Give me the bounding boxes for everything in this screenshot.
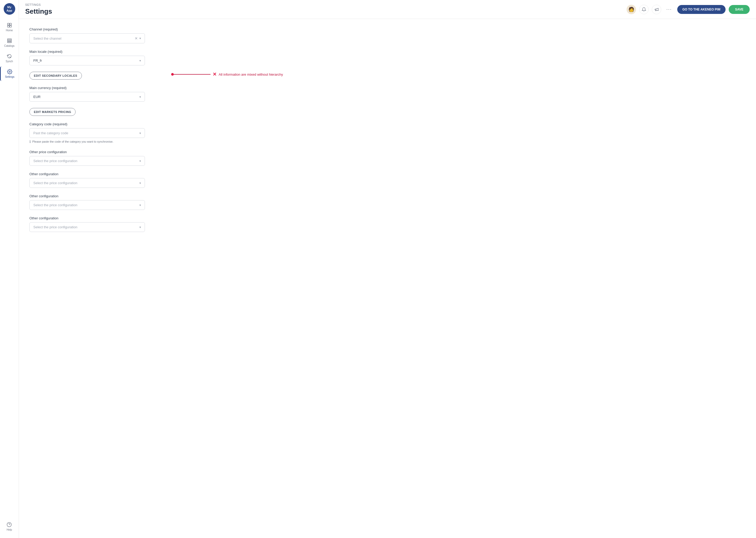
header-left: SETTINGS Settings [25, 3, 52, 16]
synch-icon [7, 54, 12, 59]
channel-label: Channel (required) [29, 27, 145, 31]
annotation-x-icon: ✕ [213, 72, 216, 77]
other-config3-chevron-icon: ▾ [139, 225, 141, 229]
other-price-select[interactable]: Select the price configuration ▾ [29, 156, 145, 166]
sidebar-item-catalogs[interactable]: Catalogs [0, 35, 19, 50]
other-config2-chevron-icon: ▾ [139, 203, 141, 207]
currency-chevron-icon: ▾ [139, 95, 141, 99]
other-config2-field-group: Other configuration Select the price con… [29, 194, 145, 210]
avatar[interactable]: 🧑 [627, 5, 636, 14]
clear-icon[interactable]: ✕ [135, 36, 138, 40]
sidebar-item-settings[interactable]: Settings [0, 67, 19, 81]
help-icon [7, 522, 12, 527]
svg-rect-1 [10, 24, 11, 25]
category-hint: ℹ Please paste the code of the category … [29, 139, 145, 144]
sidebar-item-settings-label: Settings [5, 76, 15, 78]
other-price-label: Other price configuration [29, 150, 145, 154]
content-area: Channel (required) Select the channel ✕ … [19, 19, 756, 538]
svg-rect-2 [7, 26, 9, 27]
currency-field-group: Main currency (required) EUR ▾ [29, 86, 145, 102]
sidebar-item-synch[interactable]: Synch [0, 51, 19, 65]
catalogs-icon [7, 38, 12, 43]
other-price-field-group: Other price configuration Select the pri… [29, 150, 145, 166]
other-config3-field-group: Other configuration Select the price con… [29, 216, 145, 232]
chevron-down-icon: ▾ [139, 36, 141, 40]
megaphone-button[interactable] [652, 5, 661, 14]
channel-field-group: Channel (required) Select the channel ✕ … [29, 27, 145, 43]
page-title: Settings [25, 7, 52, 16]
annotation-panel: ✕ All information are mixed without hier… [155, 19, 756, 538]
channel-select-icons: ✕ ▾ [135, 36, 141, 40]
other-config1-placeholder: Select the price configuration [33, 181, 77, 185]
megaphone-icon [654, 7, 659, 12]
svg-rect-3 [10, 26, 11, 27]
other-config1-field-group: Other configuration Select the price con… [29, 172, 145, 188]
category-label: Category code (required) [29, 122, 145, 126]
svg-rect-6 [7, 42, 11, 42]
sidebar-item-synch-label: Synch [6, 60, 13, 63]
currency-select[interactable]: EUR ▾ [29, 92, 145, 102]
annotation-line [174, 74, 211, 75]
locale-chevron-icon: ▾ [139, 59, 141, 63]
settings-icon [7, 69, 12, 74]
info-icon: ℹ [29, 139, 31, 144]
locale-value: FR_fr [33, 59, 42, 63]
bell-icon [641, 7, 646, 12]
breadcrumb: SETTINGS [25, 3, 52, 6]
header: SETTINGS Settings 🧑 ··· GO TO THE AKENEO… [19, 0, 756, 19]
annotation-dot [171, 73, 174, 76]
other-config1-chevron-icon: ▾ [139, 181, 141, 185]
other-config2-label: Other configuration [29, 194, 145, 198]
svg-rect-0 [7, 24, 9, 25]
locale-select[interactable]: FR_fr ▾ [29, 56, 145, 65]
notifications-bell-button[interactable] [639, 5, 649, 14]
locale-label: Main locale (required) [29, 50, 145, 54]
sidebar-item-catalogs-label: Catalogs [4, 44, 15, 47]
save-button[interactable]: SAVE [729, 5, 750, 14]
category-placeholder: Past the category code [33, 131, 68, 135]
header-right: 🧑 ··· GO TO THE AKENEO PIM SAVE [627, 5, 750, 14]
sidebar: MyApp Home Catalogs Synch [0, 0, 19, 538]
channel-select[interactable]: Select the channel ✕ ▾ [29, 33, 145, 43]
channel-placeholder: Select the channel [33, 36, 62, 40]
go-to-akeneo-button[interactable]: GO TO THE AKENEO PIM [677, 5, 726, 14]
annotation-text: All information are mixed without hierar… [219, 73, 283, 77]
other-config1-label: Other configuration [29, 172, 145, 176]
secondary-locales-group: EDIT SECONDARY LOCALES [29, 72, 145, 80]
sidebar-help[interactable]: Help [4, 519, 14, 534]
other-price-chevron-icon: ▾ [139, 159, 141, 163]
other-config2-placeholder: Select the price configuration [33, 203, 77, 207]
locale-field-group: Main locale (required) FR_fr ▾ [29, 50, 145, 65]
category-hint-text: Please paste the code of the category yo… [32, 140, 114, 143]
sidebar-item-home[interactable]: Home [0, 20, 19, 34]
edit-secondary-locales-button[interactable]: EDIT SECONDARY LOCALES [29, 72, 82, 80]
currency-label: Main currency (required) [29, 86, 145, 90]
category-chevron-icon: ▾ [139, 131, 141, 135]
sidebar-nav: Home Catalogs Synch Settings [0, 20, 19, 519]
other-price-placeholder: Select the price configuration [33, 159, 77, 163]
other-config3-placeholder: Select the price configuration [33, 225, 77, 229]
more-options-button[interactable]: ··· [664, 6, 674, 13]
svg-rect-5 [7, 40, 11, 41]
app-logo[interactable]: MyApp [4, 3, 15, 15]
category-field-group: Category code (required) Past the catego… [29, 122, 145, 144]
markets-pricing-group: EDIT MARKETS PRICING [29, 108, 145, 116]
annotation-container: ✕ All information are mixed without hier… [171, 72, 283, 77]
other-config1-select[interactable]: Select the price configuration ▾ [29, 178, 145, 188]
svg-point-8 [7, 522, 12, 527]
edit-markets-pricing-button[interactable]: EDIT MARKETS PRICING [29, 108, 75, 116]
home-icon [7, 23, 12, 28]
other-config3-label: Other configuration [29, 216, 145, 220]
sidebar-bottom: Help [4, 519, 14, 534]
category-select[interactable]: Past the category code ▾ [29, 128, 145, 138]
svg-rect-4 [7, 39, 11, 40]
logo-text: MyApp [7, 6, 12, 12]
svg-point-7 [9, 71, 11, 73]
main-content: SETTINGS Settings 🧑 ··· GO TO THE AKENEO… [19, 0, 756, 538]
form-panel: Channel (required) Select the channel ✕ … [19, 19, 155, 538]
currency-value: EUR [33, 95, 40, 99]
sidebar-item-home-label: Home [6, 29, 13, 32]
other-config2-select[interactable]: Select the price configuration ▾ [29, 200, 145, 210]
help-label: Help [7, 528, 12, 531]
other-config3-select[interactable]: Select the price configuration ▾ [29, 222, 145, 232]
